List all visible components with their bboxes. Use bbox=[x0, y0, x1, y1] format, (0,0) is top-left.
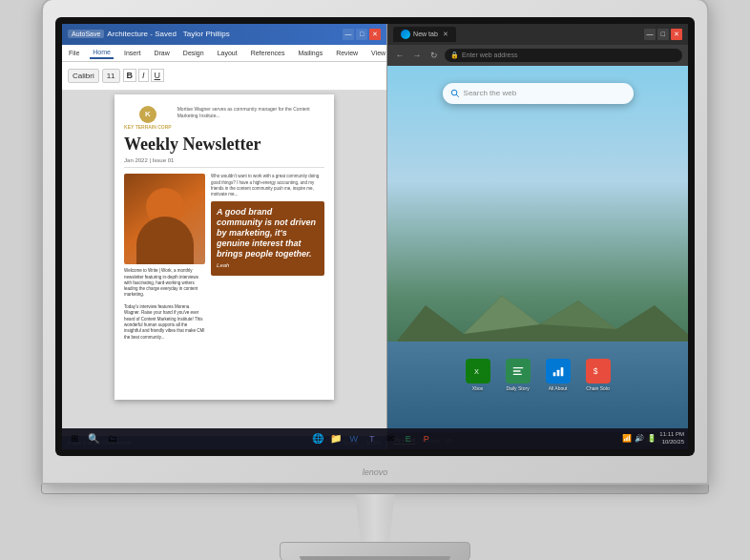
ribbon-tab-draw[interactable]: Draw bbox=[151, 48, 172, 58]
edge-tab[interactable]: New tab ✕ bbox=[393, 27, 456, 42]
edge-app-chain-solo[interactable]: $ Chain Solo bbox=[581, 359, 615, 391]
edge-toolbar: ← → ↻ 🔒 Enter web address bbox=[387, 45, 688, 66]
edge-window-controls: — □ ✕ bbox=[644, 29, 682, 40]
doc-header: K KEY TERRAIN CORP Mortise Wagner serves… bbox=[124, 106, 324, 130]
taskbar-explorer-icon[interactable]: 📁 bbox=[327, 430, 344, 447]
svg-point-3 bbox=[451, 90, 457, 95]
underline-button[interactable]: U bbox=[151, 69, 165, 82]
italic-button[interactable]: I bbox=[138, 69, 149, 82]
taskbar-powerpoint-icon[interactable]: P bbox=[418, 430, 435, 447]
lenovo-logo: lenovo bbox=[363, 467, 388, 477]
ribbon-tab-view[interactable]: View bbox=[368, 48, 388, 58]
back-button[interactable]: ← bbox=[393, 49, 406, 62]
all-about-label: All About bbox=[549, 385, 568, 391]
edge-app-xbox[interactable]: X Xbox bbox=[461, 359, 495, 391]
edge-tab-label: New tab bbox=[413, 31, 438, 37]
address-text: Enter web address bbox=[462, 52, 517, 58]
clock-time: 11:11 PM bbox=[659, 431, 684, 438]
edge-tab-close[interactable]: ✕ bbox=[443, 31, 448, 38]
ribbon-tab-insert[interactable]: Insert bbox=[121, 48, 144, 58]
refresh-button[interactable]: ↻ bbox=[427, 49, 441, 62]
svg-line-4 bbox=[456, 94, 459, 97]
edge-window: New tab ✕ — □ ✕ ← → ↻ bbox=[387, 24, 688, 449]
clock-date: 10/20/25 bbox=[659, 439, 684, 446]
word-window: AutoSave Architecture - Saved Taylor Phi… bbox=[62, 24, 387, 449]
svg-text:$: $ bbox=[593, 367, 597, 377]
taskbar-right: 📶 🔊 🔋 11:11 PM 10/20/25 bbox=[622, 431, 684, 445]
newsletter-title: Weekly Newsletter bbox=[124, 135, 324, 155]
edge-close-button[interactable]: ✕ bbox=[671, 29, 682, 40]
bold-button[interactable]: B bbox=[123, 69, 137, 82]
search-taskbar-button[interactable]: 🔍 bbox=[85, 430, 102, 447]
network-icon: 📶 bbox=[622, 434, 632, 443]
word-titlebar: AutoSave Architecture - Saved Taylor Phi… bbox=[62, 24, 386, 45]
ribbon-tab-review[interactable]: Review bbox=[333, 48, 361, 58]
start-button[interactable]: ⊞ bbox=[66, 430, 83, 447]
word-window-controls: — □ ✕ bbox=[343, 29, 381, 40]
monitor-stand-base bbox=[280, 542, 470, 561]
taskbar-word-icon[interactable]: W bbox=[345, 430, 363, 447]
xbox-icon: X bbox=[466, 359, 490, 384]
chain-solo-label: Chain Solo bbox=[586, 385, 609, 391]
doc-logo: K KEY TERRAIN CORP bbox=[124, 106, 172, 130]
word-content-area: K KEY TERRAIN CORP Mortise Wagner serves… bbox=[62, 91, 386, 436]
document-page: K KEY TERRAIN CORP Mortise Wagner serves… bbox=[115, 94, 334, 400]
doc-right-text: Who wouldn't want to work with a great c… bbox=[211, 174, 324, 197]
doc-right-column: Who wouldn't want to work with a great c… bbox=[211, 174, 324, 341]
doc-quote-box: A good brand community is not driven by … bbox=[211, 201, 324, 275]
ribbon-tab-design[interactable]: Design bbox=[180, 48, 207, 58]
svg-text:X: X bbox=[474, 367, 479, 376]
svg-rect-14 bbox=[560, 367, 563, 376]
windows-taskbar: ⊞ 🔍 🗂 🌐 📁 W T ✉ E P 📶 bbox=[62, 428, 688, 449]
daily-story-label: Daily Story bbox=[506, 385, 529, 391]
word-close-button[interactable]: ✕ bbox=[369, 29, 381, 40]
address-bar[interactable]: 🔒 Enter web address bbox=[445, 49, 682, 62]
edge-maximize-button[interactable]: □ bbox=[657, 29, 669, 40]
word-toolbar: Calibri 11 B I U bbox=[62, 62, 386, 91]
font-selector[interactable]: Calibri bbox=[68, 69, 99, 83]
edge-tab-icon bbox=[401, 30, 410, 39]
doc-body: Welcome to Write | Work, a monthly newsl… bbox=[124, 174, 324, 341]
edge-newtab: Search the web X Xbox bbox=[387, 66, 688, 449]
newsletter-meta: Jan 2022 | Issue 01 bbox=[124, 157, 324, 168]
monitor-stand-neck bbox=[346, 494, 404, 542]
volume-icon: 🔊 bbox=[635, 434, 644, 443]
word-minimize-button[interactable]: — bbox=[343, 29, 354, 40]
taskbar-mail-icon[interactable]: ✉ bbox=[382, 430, 399, 447]
battery-icon: 🔋 bbox=[647, 434, 656, 443]
daily-story-icon bbox=[506, 359, 531, 384]
edge-minimize-button[interactable]: — bbox=[644, 29, 656, 40]
font-size-selector[interactable]: 11 bbox=[102, 69, 120, 83]
svg-rect-12 bbox=[552, 373, 555, 377]
logo-text: KEY TERRAIN CORP bbox=[124, 124, 172, 130]
svg-rect-13 bbox=[556, 370, 559, 377]
word-user: Taylor Phillips bbox=[183, 30, 230, 38]
quote-author: Leah bbox=[217, 261, 319, 269]
all-about-icon bbox=[546, 359, 571, 384]
text-format-buttons: B I U bbox=[123, 69, 165, 82]
ribbon-tab-layout[interactable]: Layout bbox=[215, 48, 240, 58]
taskbar-edge-icon[interactable]: 🌐 bbox=[309, 430, 326, 447]
edge-apps-grid: X Xbox Daily Story bbox=[461, 359, 615, 391]
svg-marker-2 bbox=[540, 301, 616, 329]
task-view-button[interactable]: 🗂 bbox=[104, 430, 121, 447]
search-icon bbox=[450, 89, 460, 98]
newtab-search-bar[interactable]: Search the web bbox=[443, 83, 634, 104]
svg-rect-9 bbox=[512, 371, 520, 372]
doc-left-column: Welcome to Write | Work, a monthly newsl… bbox=[124, 174, 205, 341]
edge-app-daily-story[interactable]: Daily Story bbox=[501, 359, 535, 391]
forward-button[interactable]: → bbox=[410, 49, 424, 62]
word-maximize-button[interactable]: □ bbox=[356, 29, 367, 40]
ribbon-tab-mailings[interactable]: Mailings bbox=[295, 48, 325, 58]
taskbar-teams-icon[interactable]: T bbox=[364, 430, 381, 447]
system-clock[interactable]: 11:11 PM 10/20/25 bbox=[659, 431, 684, 445]
lock-icon: 🔒 bbox=[450, 52, 459, 59]
person-body-shape bbox=[136, 217, 194, 264]
ribbon-tab-file[interactable]: File bbox=[66, 48, 82, 58]
search-bar-container: Search the web bbox=[443, 83, 634, 104]
taskbar-excel-icon[interactable]: E bbox=[400, 430, 417, 447]
chain-solo-icon: $ bbox=[586, 359, 611, 384]
ribbon-tab-home[interactable]: Home bbox=[90, 47, 114, 59]
ribbon-tab-references[interactable]: References bbox=[248, 48, 288, 58]
edge-app-all-about[interactable]: All About bbox=[541, 359, 575, 391]
